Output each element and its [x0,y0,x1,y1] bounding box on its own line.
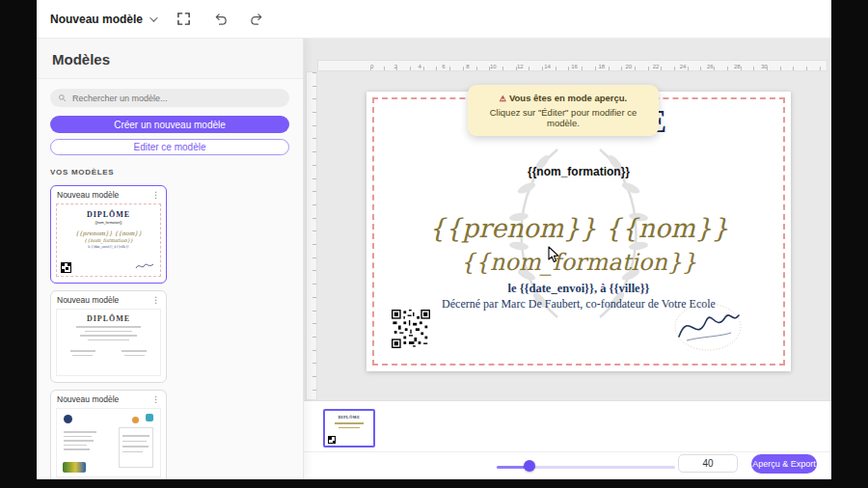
preview-title: DIPLÔME [57,314,160,323]
create-template-button[interactable]: Créer un nouveau modèle [50,116,289,133]
diploma-subtitle: {{nom_formation}} [366,165,791,178]
balloon-icon [132,417,139,423]
edit-template-button[interactable]: Editer ce modèle [50,139,289,155]
card-header: Nouveau modèle ⋮ [51,186,166,202]
preview-panel [119,427,153,468]
card-header: Nouveau modèle ⋮ [51,391,166,406]
card-title: Nouveau modèle [57,394,119,404]
page-thumbnail[interactable]: DIPLÔME [323,409,375,447]
kebab-menu-icon[interactable]: ⋮ [151,191,160,200]
preview-name-line: {{prenom}} {{nom}} [57,230,160,236]
planet-icon [64,415,72,423]
templates-sidebar: Modèles Créer un nouveau modèle Editer c… [37,39,304,479]
search-input[interactable] [72,94,282,103]
horizontal-ruler: 02 46 810 1214 1618 2022 2426 2830 [317,60,827,71]
undo-icon [213,12,228,26]
app-window: Nouveau modèle [37,0,831,479]
vertical-ruler [306,71,317,400]
sidebar-title: Modèles [52,51,287,68]
preview-export-button[interactable]: Aperçu & Export [751,454,817,474]
template-preview-1: DIPLÔME {{nom_formation}} {{prenom}} {{n… [56,203,161,277]
kebab-menu-icon[interactable]: ⋮ [151,395,160,404]
template-card-3[interactable]: Nouveau modèle ⋮ [50,390,167,479]
zoom-slider-thumb[interactable] [524,460,535,472]
template-card-list: Nouveau modèle ⋮ DIPLÔME {{nom_formation… [50,185,289,479]
diploma-name-line: {{prenom}} {{nom}} [366,213,791,243]
model-name-label: Nouveau modèle [50,13,143,26]
top-toolbar: Nouveau modèle [37,0,831,39]
page-thumbnail-title: DIPLÔME [325,415,373,420]
zoom-value-input[interactable] [678,454,738,473]
kebab-menu-icon[interactable]: ⋮ [151,296,160,305]
fullscreen-button[interactable] [175,11,192,28]
undo-button[interactable] [211,11,229,28]
search-icon [58,94,67,102]
illustration-icon [63,462,86,473]
fullscreen-icon [176,12,191,26]
sidebar-header: Modèles [37,39,303,79]
template-card-1[interactable]: Nouveau modèle ⋮ DIPLÔME {{nom_formation… [50,185,167,284]
model-name-dropdown[interactable]: Nouveau modèle [50,13,155,26]
divider [304,451,831,452]
preview-date-line: le {{date_envoi}}, à {{ville}} [57,245,160,249]
badge-icon [146,414,153,421]
template-card-2[interactable]: Nouveau modèle ⋮ DIPLÔME [50,290,167,383]
screen-background: Nouveau modèle [0,0,868,488]
qr-code-icon [62,263,70,272]
preview-title: DIPLÔME [57,210,160,219]
diploma-date-line: le {{date_envoi}}, à {{ville}} [366,282,791,296]
your-templates-label: VOS MODÈLES [50,168,289,176]
redo-button[interactable] [248,11,265,28]
tooltip-line1: Vous êtes en mode aperçu. [509,93,627,103]
chevron-down-icon [149,14,157,21]
card-header: Nouveau modèle ⋮ [51,291,166,307]
template-preview-3 [56,408,161,477]
template-search[interactable] [50,89,289,107]
qr-code-icon [329,437,335,443]
editor-canvas[interactable]: 02 46 810 1214 1618 2022 2426 2830 [304,39,831,479]
card-title: Nouveau modèle [57,190,119,200]
qr-code [392,310,430,348]
signature-icon [135,261,154,271]
bottom-bar: DIPLÔME Aperçu & Export [304,400,831,479]
tooltip-line2: Cliquez sur "Éditer" pour modifier ce mo… [477,107,649,128]
sidebar-body: Créer un nouveau modèle Editer ce modèle… [37,79,303,479]
preview-formation-line: {{nom_formation}} [57,237,160,243]
redo-icon [250,12,264,26]
warning-icon: ⚠ [500,95,506,103]
signature [667,300,746,354]
diploma-formation-line: {{nom_formation}} [366,249,791,276]
template-preview-2: DIPLÔME [56,309,161,376]
preview-subtitle: {{nom_formation}} [57,221,160,225]
preview-mode-tooltip: ⚠Vous êtes en mode aperçu. Cliquez sur "… [468,85,659,136]
card-title: Nouveau modèle [57,295,119,305]
